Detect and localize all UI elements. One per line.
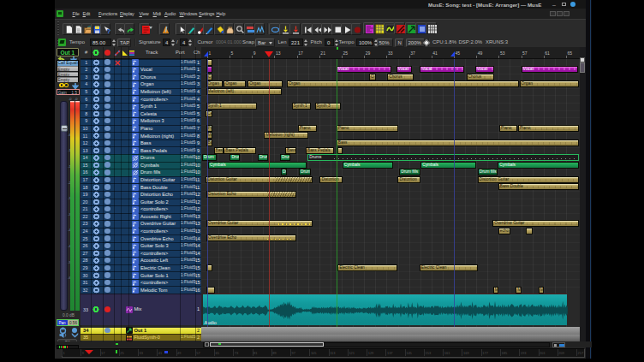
svg-text:?: ? (106, 27, 110, 34)
